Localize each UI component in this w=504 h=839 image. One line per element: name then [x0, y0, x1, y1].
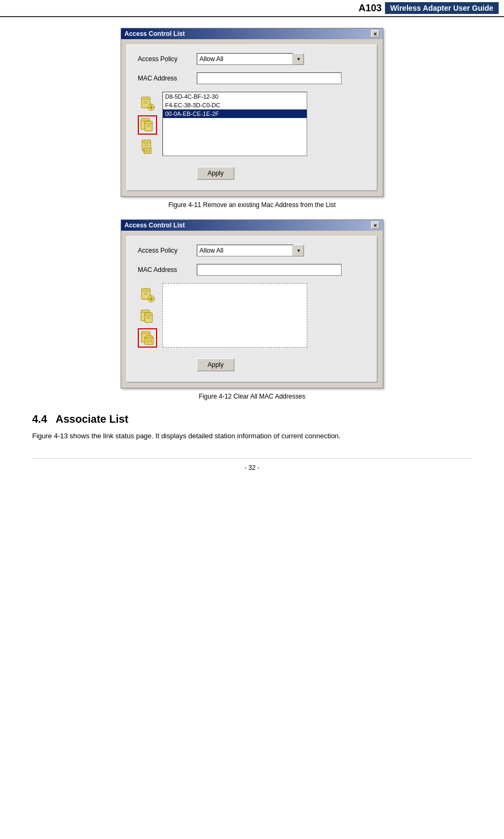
header-guide: Wireless Adapter User Guide	[385, 2, 499, 14]
mac-list-item[interactable]: F4-EC-38-3D-C0-DC	[163, 101, 307, 109]
figure1-container: Access Control List × Access Policy Allo…	[32, 28, 472, 209]
access-policy-control-1[interactable]: Allow All ▼	[197, 53, 304, 65]
svg-rect-30	[145, 313, 152, 322]
section-text: Figure 4-13 shows the link status page. …	[32, 431, 472, 442]
mac-address-row-1: MAC Address	[138, 72, 366, 84]
dialog-inner-2: Access Policy Allow All ▼ MAC Address	[127, 236, 377, 382]
dialog-body-1: Access Policy Allow All ▼ MAC Address	[121, 39, 383, 196]
dialog-titlebar-1: Access Control List ×	[121, 28, 383, 39]
access-policy-row-2: Access Policy Allow All ▼	[138, 245, 366, 256]
section-heading: 4.4 Associate List	[32, 413, 472, 425]
dialog-close-btn-1[interactable]: ×	[371, 30, 380, 38]
page-content: Access Control List × Access Policy Allo…	[0, 17, 504, 488]
dialog-title-1: Access Control List	[124, 30, 185, 38]
page-number: - 32 -	[32, 458, 472, 477]
edit-entry-icon-2[interactable]	[138, 307, 157, 326]
apply-button-1[interactable]: Apply	[197, 167, 234, 180]
dialog-titlebar-2: Access Control List ×	[121, 220, 383, 231]
icons-and-list-1: D8-5D-4C-BF-12-30 F4-EC-38-3D-C0-DC 00-0…	[138, 92, 366, 156]
mac-list-1: D8-5D-4C-BF-12-30 F4-EC-38-3D-C0-DC 00-0…	[162, 92, 307, 156]
section-title: Associate List	[56, 413, 129, 425]
dialog-body-2: Access Policy Allow All ▼ MAC Address	[121, 231, 383, 388]
access-policy-label-2: Access Policy	[138, 247, 197, 254]
access-policy-label-1: Access Policy	[138, 55, 197, 63]
mac-address-label-2: MAC Address	[138, 266, 197, 274]
mac-address-input-2[interactable]	[197, 264, 342, 276]
add-entry-icon[interactable]	[138, 94, 157, 113]
figure2-caption: Figure 4-12 Clear All MAC Addresses	[199, 393, 306, 400]
section-number: 4.4	[32, 413, 47, 425]
header-title-area: A103 Wireless Adapter User Guide	[359, 2, 499, 14]
access-policy-dropdown-btn-1[interactable]: ▼	[293, 53, 304, 65]
mac-list-empty-2	[162, 283, 307, 348]
edit-entry-icon[interactable]	[138, 115, 157, 135]
access-policy-row-1: Access Policy Allow All ▼	[138, 53, 366, 65]
mac-list-item[interactable]: D8-5D-4C-BF-12-30	[163, 92, 307, 101]
dialog-title-2: Access Control List	[124, 222, 185, 229]
page-header: A103 Wireless Adapter User Guide	[0, 0, 504, 17]
dialog-close-btn-2[interactable]: ×	[371, 222, 380, 229]
header-model: A103	[359, 3, 382, 14]
delete-all-icon-2[interactable]	[138, 328, 157, 348]
svg-rect-9	[145, 121, 152, 131]
dialog-window-2: Access Control List × Access Policy Allo…	[121, 219, 383, 388]
icon-column-2	[138, 283, 157, 348]
mac-address-input-1[interactable]	[197, 72, 342, 84]
mac-list-item-selected[interactable]: 00-0A-EB-CE-1E-2F	[163, 109, 307, 118]
delete-entry-icon[interactable]	[138, 137, 157, 156]
mac-address-label-1: MAC Address	[138, 75, 197, 82]
apply-button-2[interactable]: Apply	[197, 358, 234, 371]
icons-and-list-2	[138, 283, 366, 348]
figure2-container: Access Control List × Access Policy Allo…	[32, 219, 472, 400]
dialog-inner-1: Access Policy Allow All ▼ MAC Address	[127, 45, 377, 191]
access-policy-control-2[interactable]: Allow All ▼	[197, 245, 304, 256]
figure1-caption: Figure 4-11 Remove an existing Mac Addre…	[168, 201, 336, 209]
add-entry-icon-2[interactable]	[138, 285, 157, 305]
access-policy-dropdown-btn-2[interactable]: ▼	[293, 245, 304, 256]
access-policy-value-2[interactable]: Allow All	[197, 245, 293, 256]
icon-column-1	[138, 92, 157, 156]
dialog-window-1: Access Control List × Access Policy Allo…	[121, 28, 383, 197]
mac-address-row-2: MAC Address	[138, 264, 366, 276]
access-policy-value-1[interactable]: Allow All	[197, 53, 293, 65]
svg-rect-38	[146, 336, 152, 338]
